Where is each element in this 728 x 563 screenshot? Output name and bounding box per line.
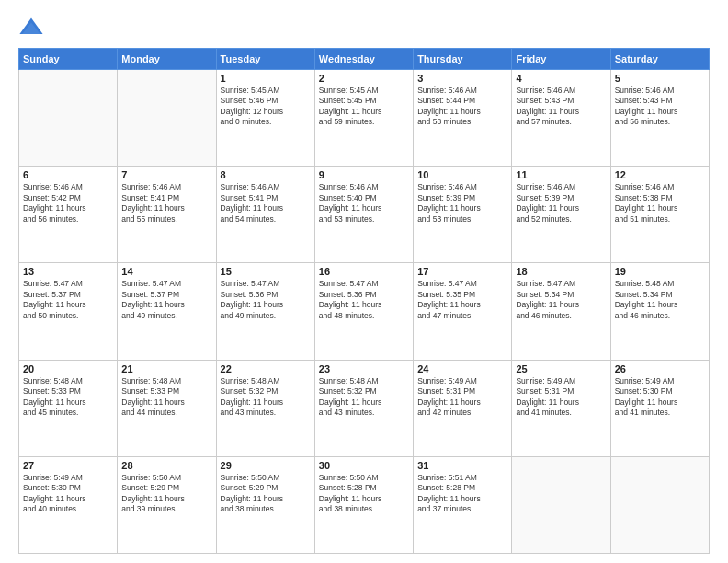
day-detail: Sunrise: 5:46 AM Sunset: 5:43 PM Dayligh…	[516, 86, 606, 128]
calendar-cell: 30Sunrise: 5:50 AM Sunset: 5:28 PM Dayli…	[314, 456, 413, 553]
day-number: 15	[221, 266, 311, 277]
calendar-cell: 29Sunrise: 5:50 AM Sunset: 5:29 PM Dayli…	[216, 456, 314, 553]
calendar-cell: 26Sunrise: 5:49 AM Sunset: 5:30 PM Dayli…	[610, 360, 709, 456]
day-number: 8	[221, 169, 311, 180]
day-number: 11	[516, 169, 606, 180]
calendar-cell: 17Sunrise: 5:47 AM Sunset: 5:35 PM Dayli…	[414, 263, 512, 360]
day-detail: Sunrise: 5:51 AM Sunset: 5:28 PM Dayligh…	[417, 473, 507, 515]
day-detail: Sunrise: 5:46 AM Sunset: 5:41 PM Dayligh…	[221, 182, 311, 224]
day-detail: Sunrise: 5:47 AM Sunset: 5:37 PM Dayligh…	[121, 279, 211, 321]
weekday-header-tuesday: Tuesday	[216, 49, 314, 70]
day-number: 18	[516, 266, 606, 277]
day-detail: Sunrise: 5:48 AM Sunset: 5:33 PM Dayligh…	[121, 376, 211, 419]
week-row-2: 13Sunrise: 5:47 AM Sunset: 5:37 PM Dayli…	[19, 263, 710, 360]
calendar-cell: 15Sunrise: 5:47 AM Sunset: 5:36 PM Dayli…	[216, 263, 314, 360]
calendar-cell: 5Sunrise: 5:46 AM Sunset: 5:43 PM Daylig…	[610, 70, 709, 167]
calendar-cell: 2Sunrise: 5:45 AM Sunset: 5:45 PM Daylig…	[314, 70, 413, 167]
day-number: 5	[615, 73, 705, 84]
day-number: 22	[221, 363, 311, 374]
calendar-cell: 4Sunrise: 5:46 AM Sunset: 5:43 PM Daylig…	[512, 70, 610, 167]
weekday-header-row: SundayMondayTuesdayWednesdayThursdayFrid…	[19, 49, 710, 70]
day-detail: Sunrise: 5:50 AM Sunset: 5:29 PM Dayligh…	[221, 473, 311, 515]
calendar-cell: 23Sunrise: 5:48 AM Sunset: 5:32 PM Dayli…	[314, 360, 413, 456]
calendar-cell: 16Sunrise: 5:47 AM Sunset: 5:36 PM Dayli…	[314, 263, 413, 360]
day-detail: Sunrise: 5:46 AM Sunset: 5:39 PM Dayligh…	[417, 182, 507, 224]
week-row-4: 27Sunrise: 5:49 AM Sunset: 5:30 PM Dayli…	[19, 456, 710, 553]
day-detail: Sunrise: 5:50 AM Sunset: 5:28 PM Dayligh…	[319, 473, 409, 515]
day-number: 19	[615, 266, 705, 277]
day-number: 12	[615, 169, 705, 180]
calendar-cell	[512, 456, 610, 553]
calendar-cell: 11Sunrise: 5:46 AM Sunset: 5:39 PM Dayli…	[512, 167, 610, 263]
weekday-header-friday: Friday	[512, 49, 610, 70]
page: SundayMondayTuesdayWednesdayThursdayFrid…	[0, 0, 728, 563]
day-detail: Sunrise: 5:45 AM Sunset: 5:45 PM Dayligh…	[319, 86, 409, 128]
calendar-cell	[19, 70, 118, 167]
day-detail: Sunrise: 5:46 AM Sunset: 5:41 PM Dayligh…	[121, 182, 211, 224]
weekday-header-sunday: Sunday	[19, 49, 118, 70]
calendar-cell: 14Sunrise: 5:47 AM Sunset: 5:37 PM Dayli…	[118, 263, 216, 360]
day-detail: Sunrise: 5:47 AM Sunset: 5:37 PM Dayligh…	[23, 279, 113, 321]
calendar-cell: 12Sunrise: 5:46 AM Sunset: 5:38 PM Dayli…	[610, 167, 709, 263]
day-number: 29	[221, 460, 311, 471]
day-number: 7	[121, 169, 211, 180]
day-number: 27	[23, 460, 113, 471]
day-number: 16	[319, 266, 409, 277]
calendar-cell: 1Sunrise: 5:45 AM Sunset: 5:46 PM Daylig…	[216, 70, 314, 167]
day-number: 4	[516, 73, 606, 84]
day-detail: Sunrise: 5:47 AM Sunset: 5:35 PM Dayligh…	[417, 279, 507, 321]
day-number: 3	[417, 73, 507, 84]
calendar-cell: 8Sunrise: 5:46 AM Sunset: 5:41 PM Daylig…	[216, 167, 314, 263]
calendar-cell	[610, 456, 709, 553]
day-detail: Sunrise: 5:49 AM Sunset: 5:30 PM Dayligh…	[23, 473, 113, 515]
day-number: 10	[417, 169, 507, 180]
calendar-cell: 18Sunrise: 5:47 AM Sunset: 5:34 PM Dayli…	[512, 263, 610, 360]
day-detail: Sunrise: 5:46 AM Sunset: 5:44 PM Dayligh…	[417, 86, 507, 128]
day-detail: Sunrise: 5:48 AM Sunset: 5:32 PM Dayligh…	[221, 376, 311, 419]
calendar-cell: 24Sunrise: 5:49 AM Sunset: 5:31 PM Dayli…	[414, 360, 512, 456]
calendar-cell: 20Sunrise: 5:48 AM Sunset: 5:33 PM Dayli…	[19, 360, 118, 456]
calendar-cell: 3Sunrise: 5:46 AM Sunset: 5:44 PM Daylig…	[414, 70, 512, 167]
day-detail: Sunrise: 5:48 AM Sunset: 5:33 PM Dayligh…	[23, 376, 113, 419]
weekday-header-wednesday: Wednesday	[314, 49, 413, 70]
calendar-cell: 10Sunrise: 5:46 AM Sunset: 5:39 PM Dayli…	[414, 167, 512, 263]
day-number: 28	[121, 460, 211, 471]
day-number: 6	[23, 169, 113, 180]
day-detail: Sunrise: 5:46 AM Sunset: 5:43 PM Dayligh…	[615, 86, 705, 128]
day-detail: Sunrise: 5:47 AM Sunset: 5:34 PM Dayligh…	[516, 279, 606, 321]
day-detail: Sunrise: 5:48 AM Sunset: 5:32 PM Dayligh…	[319, 376, 409, 419]
calendar-table: SundayMondayTuesdayWednesdayThursdayFrid…	[18, 48, 710, 554]
calendar-cell	[118, 70, 216, 167]
day-number: 2	[319, 73, 409, 84]
header	[18, 15, 710, 40]
calendar-cell: 6Sunrise: 5:46 AM Sunset: 5:42 PM Daylig…	[19, 167, 118, 263]
weekday-header-thursday: Thursday	[414, 49, 512, 70]
week-row-0: 1Sunrise: 5:45 AM Sunset: 5:46 PM Daylig…	[19, 70, 710, 167]
weekday-header-saturday: Saturday	[610, 49, 709, 70]
day-detail: Sunrise: 5:47 AM Sunset: 5:36 PM Dayligh…	[221, 279, 311, 321]
calendar-cell: 27Sunrise: 5:49 AM Sunset: 5:30 PM Dayli…	[19, 456, 118, 553]
day-detail: Sunrise: 5:49 AM Sunset: 5:30 PM Dayligh…	[615, 376, 705, 419]
calendar-cell: 31Sunrise: 5:51 AM Sunset: 5:28 PM Dayli…	[414, 456, 512, 553]
calendar-cell: 7Sunrise: 5:46 AM Sunset: 5:41 PM Daylig…	[118, 167, 216, 263]
day-detail: Sunrise: 5:46 AM Sunset: 5:40 PM Dayligh…	[319, 182, 409, 224]
calendar-cell: 21Sunrise: 5:48 AM Sunset: 5:33 PM Dayli…	[118, 360, 216, 456]
day-number: 17	[417, 266, 507, 277]
day-number: 14	[121, 266, 211, 277]
day-detail: Sunrise: 5:50 AM Sunset: 5:29 PM Dayligh…	[121, 473, 211, 515]
day-detail: Sunrise: 5:45 AM Sunset: 5:46 PM Dayligh…	[221, 86, 311, 128]
week-row-3: 20Sunrise: 5:48 AM Sunset: 5:33 PM Dayli…	[19, 360, 710, 456]
day-detail: Sunrise: 5:46 AM Sunset: 5:39 PM Dayligh…	[516, 182, 606, 224]
day-number: 9	[319, 169, 409, 180]
day-detail: Sunrise: 5:49 AM Sunset: 5:31 PM Dayligh…	[516, 376, 606, 419]
calendar-cell: 9Sunrise: 5:46 AM Sunset: 5:40 PM Daylig…	[314, 167, 413, 263]
day-number: 13	[23, 266, 113, 277]
day-detail: Sunrise: 5:49 AM Sunset: 5:31 PM Dayligh…	[417, 376, 507, 419]
weekday-header-monday: Monday	[118, 49, 216, 70]
calendar-cell: 25Sunrise: 5:49 AM Sunset: 5:31 PM Dayli…	[512, 360, 610, 456]
day-number: 24	[417, 363, 507, 374]
day-number: 30	[319, 460, 409, 471]
day-number: 31	[417, 460, 507, 471]
calendar-cell: 22Sunrise: 5:48 AM Sunset: 5:32 PM Dayli…	[216, 360, 314, 456]
day-detail: Sunrise: 5:48 AM Sunset: 5:34 PM Dayligh…	[615, 279, 705, 321]
